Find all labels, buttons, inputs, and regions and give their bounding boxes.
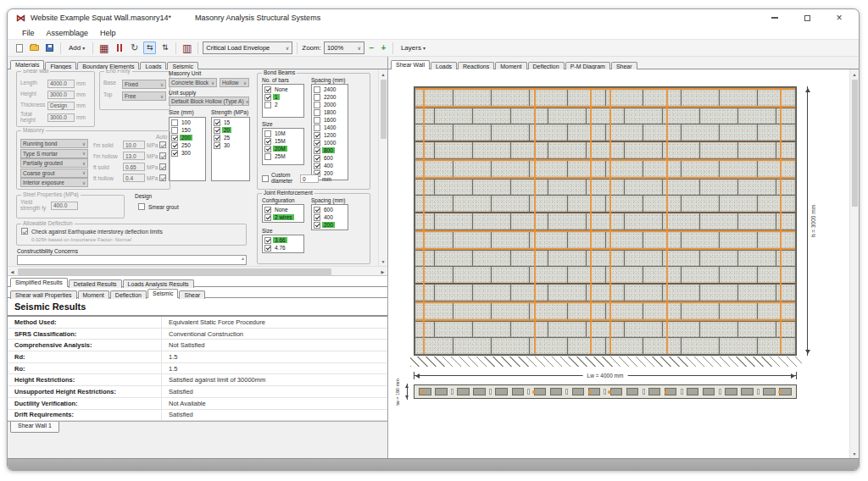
menu-help[interactable]: Help — [94, 29, 122, 37]
checkbox[interactable] — [314, 102, 320, 108]
left-panel-horizontal-scrollbar[interactable]: ◀ ▶ — [8, 266, 387, 275]
jr-spacing-list[interactable]: 600400200 — [311, 204, 348, 230]
new-file-button[interactable] — [13, 41, 25, 54]
maximize-button[interactable] — [801, 12, 813, 24]
results-subtab-shear-wall-properties[interactable]: Shear wall Properties — [10, 290, 77, 299]
bond-beams-spacing-list[interactable]: 2400220020001800160014001200100080060040… — [311, 84, 348, 180]
scroll-down-icon[interactable]: ▼ — [850, 449, 859, 458]
minimize-button[interactable] — [769, 12, 781, 24]
height-input[interactable]: 3000.0 — [47, 91, 75, 99]
checkbox[interactable] — [314, 117, 320, 124]
add-dropdown-button[interactable]: Add▾ — [65, 43, 88, 53]
menu-file[interactable]: File — [16, 29, 41, 37]
layers-dropdown-button[interactable]: Layers▾ — [398, 43, 429, 53]
bar-arrangement-button[interactable] — [113, 41, 125, 54]
interstorey-deflection-checkbox[interactable] — [21, 228, 28, 235]
checkbox[interactable] — [314, 94, 320, 101]
scroll-up-icon[interactable]: ▲ — [850, 69, 859, 79]
bond-beams-size-list[interactable]: 10M15M20M25M — [262, 128, 304, 165]
masonry-select-partially-grouted[interactable]: Partially grouted∨ — [20, 158, 88, 168]
diagram-tab-shear-wall[interactable]: Shear Wall — [391, 60, 430, 69]
zoom-in-button[interactable]: + — [379, 43, 388, 53]
checkbox[interactable] — [214, 135, 220, 141]
checkbox[interactable] — [314, 222, 320, 229]
checkbox[interactable] — [314, 214, 320, 221]
unit-size-list[interactable]: 100150200250300 — [169, 117, 206, 181]
results-subtab-moment[interactable]: Moment — [78, 290, 109, 299]
size-option-250[interactable]: 250 — [171, 141, 205, 149]
results-tab-loads-analysis-results[interactable]: Loads Analysis Results — [123, 279, 194, 288]
fm-hollow-input[interactable]: 13.0 — [123, 152, 145, 160]
checkbox[interactable] — [264, 102, 271, 108]
checkbox[interactable] — [264, 245, 271, 252]
ft-solid-auto-checkbox[interactable] — [159, 163, 166, 170]
masonry-select-type-s-mortar[interactable]: Type S mortar∨ — [20, 149, 88, 158]
bb-spacing-option-2200[interactable]: 2200 — [314, 93, 348, 101]
jr-size-option-4-76[interactable]: 4.76 — [264, 244, 303, 252]
tab-materials[interactable]: Materials — [10, 60, 44, 69]
yield-strength-input[interactable]: 400.0 — [51, 202, 78, 210]
sheet-tab-shear-wall-1[interactable]: Shear Wall 1 — [10, 422, 59, 433]
save-button[interactable] — [43, 41, 56, 54]
jr-config-option-none[interactable]: None — [264, 206, 303, 213]
length-input[interactable]: 4000.0 — [47, 80, 75, 88]
jr-size-list[interactable]: 3.664.76 — [262, 235, 304, 253]
size-option-200[interactable]: 200 — [171, 134, 205, 141]
bb-spacing-option-400[interactable]: 400 — [314, 162, 348, 169]
scroll-up-icon[interactable]: ▲ — [379, 69, 387, 79]
strength-option-30[interactable]: 30 — [214, 141, 249, 149]
checkbox[interactable] — [264, 207, 271, 213]
masonry-select-running-bond[interactable]: Running bond∨ — [20, 139, 88, 148]
unit-supply-select[interactable]: Default Block Hollow (Type A)∨ — [169, 97, 249, 106]
checkbox[interactable] — [314, 147, 320, 154]
checkbox[interactable] — [314, 140, 320, 147]
size-option-100[interactable]: 100 — [171, 119, 205, 126]
checkbox[interactable] — [314, 109, 320, 116]
base-fixity-select[interactable]: Fixed∨ — [122, 80, 166, 89]
unit-strength-list[interactable]: 15202530 — [211, 117, 250, 181]
top-fixity-select[interactable]: Free∨ — [122, 91, 166, 101]
results-tab-detailed-results[interactable]: Detailed Results — [69, 279, 122, 288]
jr-spacing-option-600[interactable]: 600 — [314, 206, 348, 213]
bb-bars-option-1[interactable]: 1 — [264, 93, 303, 101]
thickness-input[interactable]: Design — [47, 102, 75, 110]
results-tab-simplified-results[interactable]: Simplified Results — [10, 278, 68, 287]
bb-bars-option-none[interactable]: None — [264, 86, 303, 93]
bb-spacing-option-1000[interactable]: 1000 — [314, 139, 348, 147]
smear-grout-checkbox[interactable] — [138, 203, 145, 210]
checkbox[interactable] — [314, 124, 320, 131]
checkbox[interactable] — [214, 119, 220, 126]
checkbox[interactable] — [264, 138, 271, 145]
checkbox[interactable] — [264, 146, 271, 152]
bb-size-option-15m[interactable]: 15M — [264, 137, 303, 145]
flip-horizontal-button[interactable]: ⇆ — [143, 41, 156, 54]
checkbox[interactable] — [171, 135, 178, 141]
checkbox[interactable] — [264, 153, 271, 160]
scrollbar-thumb[interactable] — [18, 268, 331, 275]
checkbox[interactable] — [264, 94, 271, 101]
fm-hollow-auto-checkbox[interactable] — [159, 152, 166, 159]
checkbox[interactable] — [264, 86, 271, 93]
bb-spacing-option-1600[interactable]: 1600 — [314, 116, 348, 124]
bb-spacing-option-2400[interactable]: 2400 — [314, 86, 348, 93]
checkbox[interactable] — [264, 214, 271, 221]
bb-spacing-option-1400[interactable]: 1400 — [314, 124, 348, 131]
bb-spacing-option-1200[interactable]: 1200 — [314, 131, 348, 139]
scroll-right-icon[interactable]: ▶ — [378, 267, 387, 276]
columns-view-button[interactable]: ▥ — [181, 41, 193, 54]
scroll-up-icon[interactable]: ▲ — [241, 256, 245, 261]
jr-configuration-list[interactable]: None2 wires — [262, 204, 304, 223]
bb-spacing-option-2000[interactable]: 2000 — [314, 101, 348, 108]
checkbox[interactable] — [264, 237, 271, 244]
flip-vertical-button[interactable]: ⇅ — [159, 41, 171, 54]
jr-spacing-option-200[interactable]: 200 — [314, 221, 348, 229]
jr-config-option-2-wires[interactable]: 2 wires — [264, 213, 303, 221]
bb-size-option-25m[interactable]: 25M — [264, 152, 303, 160]
zoom-select[interactable]: 100%∨ — [324, 41, 364, 54]
checkbox[interactable] — [171, 150, 178, 157]
assemblage-grid-button[interactable]: ▦ — [97, 41, 110, 54]
custom-diameter-input[interactable]: 0 — [300, 174, 319, 183]
constructibility-textarea[interactable]: ▲ — [17, 255, 247, 265]
bb-spacing-option-800[interactable]: 800 — [314, 147, 348, 154]
strength-option-25[interactable]: 25 — [214, 134, 249, 141]
